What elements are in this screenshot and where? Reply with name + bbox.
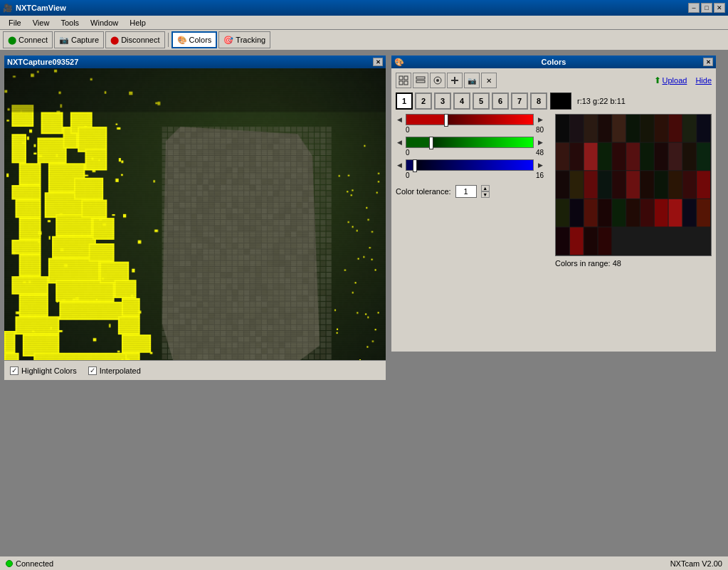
status-left: Connected: [6, 559, 53, 568]
green-slider-right-arrow[interactable]: ▶: [537, 139, 544, 146]
svg-point-7: [436, 79, 439, 82]
icon-btn-5[interactable]: 📷: [464, 73, 480, 88]
capture-content: [4, 68, 386, 360]
red-slider-container: ◀ ▶: [396, 114, 549, 125]
color-btn-2[interactable]: 2: [415, 93, 432, 110]
color-btn-7[interactable]: 7: [511, 93, 528, 110]
svg-rect-4: [416, 77, 425, 79]
colors-panel: 🎨 Colors ✕ 📷 ✕: [390, 54, 717, 353]
blue-slider-left-arrow[interactable]: ◀: [396, 162, 403, 169]
green-slider-left-arrow[interactable]: ◀: [396, 139, 403, 146]
tolerance-down-button[interactable]: ▼: [481, 191, 490, 198]
color-btn-4[interactable]: 4: [453, 93, 470, 110]
color-btn-8[interactable]: 8: [530, 93, 547, 110]
highlight-colors-check: ✓: [10, 366, 19, 375]
svg-rect-2: [399, 81, 403, 85]
green-slider-thumb[interactable]: [429, 137, 433, 149]
icon-btn-6[interactable]: ✕: [481, 73, 497, 88]
toolbar: ⬤ Connect 📷 Capture ⬤ Disconnect 🎨 Color…: [0, 30, 728, 51]
icon-btn-1[interactable]: [396, 73, 411, 88]
menu-tools[interactable]: Tools: [55, 17, 85, 28]
version-text: NXTcam V2.00: [670, 559, 722, 568]
title-bar: 🎥 NXTCamView – □ ✕: [0, 0, 728, 16]
green-slider-labels: 0 48: [406, 149, 544, 157]
colors-panel-icon: 🎨: [394, 58, 404, 67]
sliders-area: ◀ ▶ 0 80: [396, 114, 549, 268]
color-tolerance-label: Color tolerance:: [396, 187, 451, 196]
toolbar-separator: [168, 33, 169, 47]
svg-rect-5: [416, 80, 425, 83]
menu-help[interactable]: Help: [124, 17, 152, 28]
color-rgb-label: r:13 g:22 b:11: [577, 97, 626, 105]
svg-rect-1: [404, 76, 408, 80]
capture-close-button[interactable]: ✕: [373, 58, 383, 66]
highlight-colors-checkbox[interactable]: ✓ Highlight Colors: [10, 366, 77, 375]
minimize-button[interactable]: –: [688, 3, 700, 13]
menu-bar: File View Tools Window Help: [0, 16, 728, 30]
menu-file[interactable]: File: [3, 17, 27, 28]
color-tolerance-input[interactable]: [455, 185, 477, 198]
icon-btn-4[interactable]: [447, 73, 463, 88]
green-slider-track[interactable]: [406, 137, 534, 148]
red-slider-left-arrow[interactable]: ◀: [396, 116, 403, 123]
svg-rect-0: [399, 76, 403, 80]
blue-min-label: 0: [406, 171, 410, 179]
colors-close-button[interactable]: ✕: [703, 58, 713, 66]
color-btn-6[interactable]: 6: [492, 93, 509, 110]
disconnect-icon: ⬤: [110, 36, 119, 45]
status-bar: Connected NXTcam V2.00: [0, 556, 728, 570]
svg-rect-3: [404, 81, 408, 85]
interpolated-check: ✓: [88, 366, 97, 375]
close-button[interactable]: ✕: [714, 3, 725, 13]
color-btn-1[interactable]: 1: [396, 93, 413, 110]
blue-slider-track[interactable]: [406, 159, 534, 171]
menu-window[interactable]: Window: [85, 17, 124, 28]
red-slider-right-arrow[interactable]: ▶: [537, 116, 544, 123]
interpolated-checkbox[interactable]: ✓ Interpolated: [88, 366, 141, 375]
title-bar-left: 🎥 NXTCamView: [3, 4, 66, 13]
tolerance-up-button[interactable]: ▲: [481, 185, 490, 191]
capture-title-bar: NXTCapture093527 ✕: [4, 56, 386, 68]
colors-button[interactable]: 🎨 Colors: [172, 31, 218, 48]
capture-icon: 📷: [59, 36, 69, 45]
colors-icon: 🎨: [177, 36, 187, 45]
connect-icon: ⬤: [8, 36, 16, 45]
interpolated-label: Interpolated: [100, 366, 141, 375]
disconnect-button[interactable]: ⬤ Disconnect: [105, 31, 164, 48]
icon-btn-2[interactable]: [413, 73, 428, 88]
color-btn-5[interactable]: 5: [473, 93, 490, 110]
icon-btn-3[interactable]: [430, 73, 445, 88]
main-area: NXTCapture093527 ✕ ✓ Highlight Colors ✓ …: [0, 51, 728, 556]
sliders-and-preview: ◀ ▶ 0 80: [396, 114, 712, 268]
menu-view[interactable]: View: [27, 17, 56, 28]
red-slider-track[interactable]: [406, 114, 534, 125]
hide-link[interactable]: Hide: [695, 76, 712, 85]
capture-image: [4, 68, 386, 360]
tracking-button[interactable]: 🎯 Tracking: [218, 31, 270, 48]
green-min-label: 0: [406, 149, 410, 157]
maximize-button[interactable]: □: [701, 3, 712, 13]
colors-in-range: Colors in range: 48: [555, 259, 712, 268]
color-grid-canvas: [555, 114, 712, 256]
color-btn-3[interactable]: 3: [434, 93, 451, 110]
status-indicator: [6, 560, 13, 567]
selected-color-swatch: [550, 93, 571, 110]
connect-button[interactable]: ⬤ Connect: [3, 31, 53, 48]
color-num-row: 1 2 3 4 5 6 7 8: [396, 93, 547, 110]
red-slider-thumb[interactable]: [444, 114, 448, 127]
blue-max-label: 16: [536, 171, 544, 179]
colors-panel-content: 📷 ✕ ⬆ Upload Hide 1 2 3 4 5 6 7 8: [391, 68, 716, 352]
svg-rect-9: [454, 77, 455, 84]
capture-footer: ✓ Highlight Colors ✓ Interpolated: [4, 360, 386, 380]
red-slider-labels: 0 80: [406, 126, 544, 134]
status-text: Connected: [16, 559, 53, 568]
app-icon: 🎥: [3, 4, 13, 13]
blue-slider-right-arrow[interactable]: ▶: [537, 162, 544, 169]
upload-link[interactable]: Upload: [663, 76, 687, 85]
blue-slider-container: ◀ ▶: [396, 159, 549, 171]
color-num-section: 1 2 3 4 5 6 7 8 r:13 g:22 b:11: [396, 93, 712, 110]
red-slider-row: ◀ ▶ 0 80: [396, 114, 549, 134]
capture-button[interactable]: 📷 Capture: [54, 31, 104, 48]
blue-slider-thumb[interactable]: [413, 159, 417, 172]
green-slider-container: ◀ ▶: [396, 137, 549, 148]
